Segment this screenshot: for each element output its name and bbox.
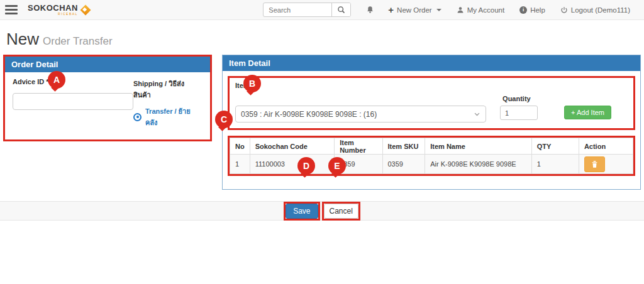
brand-name: SOKOCHAN [28,4,78,12]
info-icon: i [519,6,527,14]
search-button[interactable] [331,3,350,16]
page-title-main: New [6,30,39,48]
new-order-label: New Order [397,6,432,14]
advice-id-label: Advice ID * [13,78,133,85]
items-table: NoSokochan CodeItem NumberItem SKUItem N… [230,138,633,174]
item-detail-heading: Item Detail [223,55,640,71]
transfer-radio-label[interactable]: Transfer / ย้ายคลัง [145,106,201,128]
table-cell-action [579,155,633,174]
shipping-label: Shipping / วิธีส่งสินค้า [133,78,201,101]
navbar-menu: + New Order My Account i Help Logout (De… [360,5,638,14]
notifications-button[interactable] [360,6,380,14]
column-header: Item SKU [382,138,425,155]
delete-item-button[interactable] [584,156,605,172]
item-detail-panel: Item Detail Items * 0359 : Air K-9098E K… [222,55,641,190]
annotation-marker-e: E [328,157,346,175]
table-cell-no: 1 [230,155,250,174]
logout-menu[interactable]: Logout (Demo111) [553,6,638,14]
cancel-button[interactable]: Cancel [324,204,358,219]
power-icon [560,6,568,14]
logout-label: Logout (Demo111) [571,6,630,14]
annotation-marker-a: A [48,71,65,89]
search-box [263,3,351,17]
chevron-down-icon [436,9,441,11]
annotation-marker-d: D [297,157,315,175]
column-header: Action [579,138,633,155]
shipping-group: Shipping / วิธีส่งสินค้า Transfer / ย้าย… [133,78,203,128]
column-header: No [230,138,250,155]
items-table-section: NoSokochan CodeItem NumberItem SKUItem N… [228,136,635,176]
order-detail-heading: Order Detail [5,57,210,72]
footer-actions-bar: Save Cancel [0,201,644,221]
my-account-menu[interactable]: My Account [449,6,512,14]
quantity-group: Quantity [500,95,538,120]
menu-hamburger-icon[interactable] [5,5,18,14]
page-title: NewOrder Transfer [0,20,644,53]
table-cell-qty: 1 [531,155,579,174]
advice-id-group: Advice ID * [13,78,133,128]
table-header-row: NoSokochan CodeItem NumberItem SKUItem N… [230,138,633,155]
table-cell-item_name: Air K-9098E K9098E 9098E [425,155,532,174]
user-icon [457,6,464,14]
trash-icon [591,160,599,168]
select-chevron-icon [474,111,480,117]
save-button[interactable]: Save [286,204,318,219]
help-menu[interactable]: i Help [512,6,553,14]
quantity-label: Quantity [502,95,538,102]
content-area: Order Detail Advice ID * Shipping / วิธี… [0,53,644,190]
brand-logo[interactable]: SOKOCHAN RICEBAL [28,4,89,16]
search-input[interactable] [264,3,331,16]
items-label: Items * [235,82,628,89]
cancel-annotation-box: Cancel [322,202,360,221]
page-title-sub: Order Transfer [43,35,113,47]
column-header: QTY [531,138,579,155]
new-order-menu[interactable]: + New Order [380,5,448,14]
annotation-marker-c: C [215,111,233,128]
my-account-label: My Account [467,6,504,14]
bell-icon [366,6,374,14]
transfer-radio[interactable] [133,113,142,121]
items-select-value: 0359 : Air K-9098E K9098E 9098E : (16) [241,110,474,119]
help-label: Help [530,6,545,14]
column-header: Item Number [335,138,382,155]
advice-id-input[interactable] [13,93,133,110]
add-item-button[interactable]: + Add Item [564,106,611,119]
save-annotation-box: Save [284,202,319,221]
quantity-input[interactable] [500,106,538,120]
items-select[interactable]: 0359 : Air K-9098E K9098E 9098E : (16) [235,106,486,123]
brand-subtitle: RICEBAL [58,13,78,16]
plus-icon: + [388,5,394,14]
items-picker-section: Items * 0359 : Air K-9098E K9098E 9098E … [228,76,635,130]
column-header: Item Name [425,138,532,155]
table-cell-item_sku: 0359 [382,155,425,174]
brand-diamond-icon [80,4,91,15]
order-detail-panel: Order Detail Advice ID * Shipping / วิธี… [3,55,212,141]
annotation-marker-b: B [243,75,261,92]
table-cell-sokochan_code: 11100003 [250,155,334,174]
top-navbar: SOKOCHAN RICEBAL + New Order My Account … [0,0,644,20]
search-icon [337,6,345,14]
table-row: 11110000303590359Air K-9098E K9098E 9098… [230,155,633,174]
column-header: Sokochan Code [250,138,334,155]
